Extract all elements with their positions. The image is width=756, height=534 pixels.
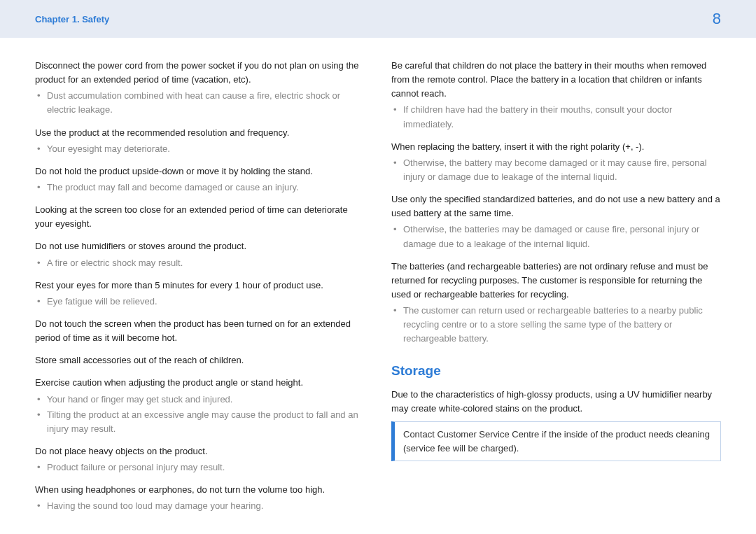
safety-sub-text: Product failure or personal injury may r… <box>35 461 365 475</box>
safety-main-text: Use only the specified standardized batt… <box>391 192 721 220</box>
chapter-title: Chapter 1. Safety <box>35 14 109 24</box>
safety-sub-text: The product may fall and become damaged … <box>35 181 365 195</box>
safety-item: The batteries (and rechargeable batterie… <box>391 260 721 346</box>
safety-item: Rest your eyes for more than 5 minutes f… <box>35 279 365 309</box>
safety-sub-text: Otherwise, the batteries may be damaged … <box>391 223 721 251</box>
safety-sub-text: Eye fatigue will be relieved. <box>35 295 365 309</box>
safety-item: Use the product at the recommended resol… <box>35 126 365 156</box>
safety-main-text: When using headphones or earphones, do n… <box>35 483 365 497</box>
safety-item: Disconnect the power cord from the power… <box>35 59 365 118</box>
safety-main-text: Do not touch the screen when the product… <box>35 317 365 345</box>
safety-main-text: Looking at the screen too close for an e… <box>35 203 365 231</box>
safety-item: Do not hold the product upside-down or m… <box>35 164 365 195</box>
safety-item: Exercise caution when adjusting the prod… <box>35 376 365 436</box>
safety-sub-text: Your eyesight may deteriorate. <box>35 142 365 156</box>
safety-main-text: Exercise caution when adjusting the prod… <box>35 376 365 390</box>
safety-main-text: Store small accessories out of the reach… <box>35 353 365 367</box>
safety-main-text: Do not hold the product upside-down or m… <box>35 164 365 178</box>
page-number: 8 <box>713 10 721 28</box>
safety-sub-text: Having the sound too loud may damage you… <box>35 499 365 513</box>
safety-item: When using headphones or earphones, do n… <box>35 483 365 513</box>
safety-item: Be careful that children do not place th… <box>391 59 721 132</box>
safety-main-text: Rest your eyes for more than 5 minutes f… <box>35 279 365 293</box>
storage-heading: Storage <box>391 360 721 381</box>
info-box: Contact Customer Service Centre if the i… <box>391 421 721 461</box>
storage-text: Due to the characteristics of high-gloss… <box>391 388 721 416</box>
page-header: Chapter 1. Safety 8 <box>0 0 756 38</box>
safety-main-text: Do not place heavy objects on the produc… <box>35 444 365 458</box>
safety-sub-text: Otherwise, the battery may become damage… <box>391 156 721 184</box>
safety-sub-text: A fire or electric shock may result. <box>35 256 365 270</box>
safety-main-text: Use the product at the recommended resol… <box>35 126 365 140</box>
safety-item: Store small accessories out of the reach… <box>35 353 365 367</box>
safety-sub-text: Tilting the product at an excessive angl… <box>35 408 365 436</box>
safety-sub-text: Your hand or finger may get stuck and in… <box>35 393 365 407</box>
safety-item: Use only the specified standardized batt… <box>391 192 721 251</box>
safety-main-text: The batteries (and rechargeable batterie… <box>391 260 721 302</box>
safety-item: Do not touch the screen when the product… <box>35 317 365 345</box>
safety-sub-text: If children have had the battery in thei… <box>391 103 721 131</box>
safety-main-text: Do not use humidifiers or stoves around … <box>35 239 365 253</box>
content-area: Disconnect the power cord from the power… <box>0 38 756 534</box>
safety-item: Looking at the screen too close for an e… <box>35 203 365 231</box>
safety-main-text: Disconnect the power cord from the power… <box>35 59 365 87</box>
right-column: Be careful that children do not place th… <box>391 59 721 522</box>
safety-item: Do not place heavy objects on the produc… <box>35 444 365 475</box>
safety-item: When replacing the battery, insert it wi… <box>391 140 721 184</box>
info-box-text: Contact Customer Service Centre if the i… <box>403 429 710 454</box>
safety-item: Do not use humidifiers or stoves around … <box>35 239 365 269</box>
safety-main-text: Be careful that children do not place th… <box>391 59 721 101</box>
safety-sub-text: Dust accumulation combined with heat can… <box>35 89 365 117</box>
safety-sub-text: The customer can return used or recharge… <box>391 304 721 346</box>
left-column: Disconnect the power cord from the power… <box>35 59 365 522</box>
safety-main-text: When replacing the battery, insert it wi… <box>391 140 721 154</box>
